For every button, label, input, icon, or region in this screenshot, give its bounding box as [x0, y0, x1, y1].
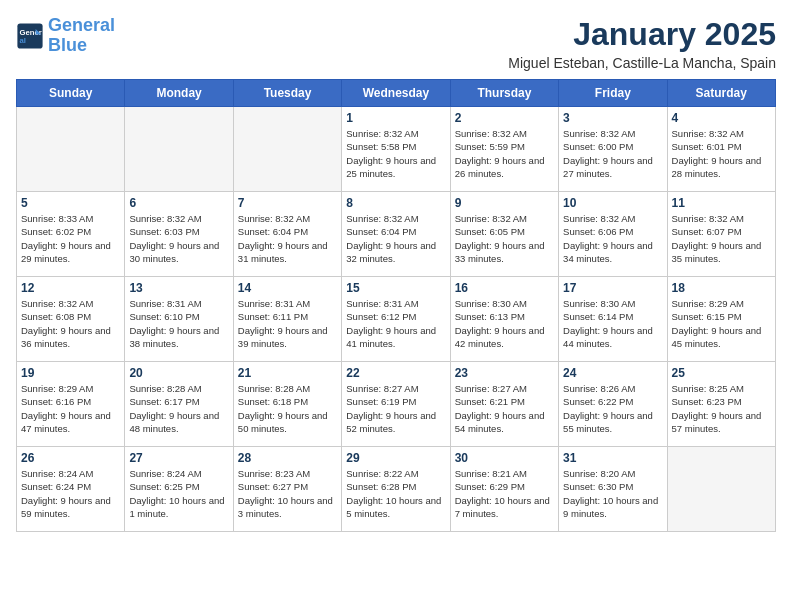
calendar-cell — [667, 447, 775, 532]
day-number: 25 — [672, 366, 771, 380]
day-number: 31 — [563, 451, 662, 465]
month-title: January 2025 — [508, 16, 776, 53]
calendar-cell: 26Sunrise: 8:24 AMSunset: 6:24 PMDayligh… — [17, 447, 125, 532]
day-info: Sunrise: 8:24 AMSunset: 6:24 PMDaylight:… — [21, 467, 120, 520]
calendar-cell: 17Sunrise: 8:30 AMSunset: 6:14 PMDayligh… — [559, 277, 667, 362]
day-info: Sunrise: 8:32 AMSunset: 6:03 PMDaylight:… — [129, 212, 228, 265]
calendar-cell: 8Sunrise: 8:32 AMSunset: 6:04 PMDaylight… — [342, 192, 450, 277]
day-number: 20 — [129, 366, 228, 380]
day-number: 3 — [563, 111, 662, 125]
calendar-cell: 22Sunrise: 8:27 AMSunset: 6:19 PMDayligh… — [342, 362, 450, 447]
calendar-cell: 27Sunrise: 8:24 AMSunset: 6:25 PMDayligh… — [125, 447, 233, 532]
calendar-cell: 12Sunrise: 8:32 AMSunset: 6:08 PMDayligh… — [17, 277, 125, 362]
day-info: Sunrise: 8:22 AMSunset: 6:28 PMDaylight:… — [346, 467, 445, 520]
day-info: Sunrise: 8:32 AMSunset: 6:01 PMDaylight:… — [672, 127, 771, 180]
day-info: Sunrise: 8:32 AMSunset: 6:04 PMDaylight:… — [238, 212, 337, 265]
day-number: 11 — [672, 196, 771, 210]
day-number: 19 — [21, 366, 120, 380]
day-info: Sunrise: 8:28 AMSunset: 6:17 PMDaylight:… — [129, 382, 228, 435]
day-number: 1 — [346, 111, 445, 125]
day-info: Sunrise: 8:27 AMSunset: 6:19 PMDaylight:… — [346, 382, 445, 435]
calendar-cell: 16Sunrise: 8:30 AMSunset: 6:13 PMDayligh… — [450, 277, 558, 362]
calendar-cell: 31Sunrise: 8:20 AMSunset: 6:30 PMDayligh… — [559, 447, 667, 532]
day-info: Sunrise: 8:32 AMSunset: 6:07 PMDaylight:… — [672, 212, 771, 265]
day-number: 14 — [238, 281, 337, 295]
day-info: Sunrise: 8:25 AMSunset: 6:23 PMDaylight:… — [672, 382, 771, 435]
day-info: Sunrise: 8:30 AMSunset: 6:13 PMDaylight:… — [455, 297, 554, 350]
calendar-cell: 23Sunrise: 8:27 AMSunset: 6:21 PMDayligh… — [450, 362, 558, 447]
day-info: Sunrise: 8:23 AMSunset: 6:27 PMDaylight:… — [238, 467, 337, 520]
logo-text-line1: General — [48, 16, 115, 36]
calendar-cell — [233, 107, 341, 192]
day-info: Sunrise: 8:31 AMSunset: 6:11 PMDaylight:… — [238, 297, 337, 350]
day-number: 9 — [455, 196, 554, 210]
calendar-cell: 21Sunrise: 8:28 AMSunset: 6:18 PMDayligh… — [233, 362, 341, 447]
calendar-cell: 19Sunrise: 8:29 AMSunset: 6:16 PMDayligh… — [17, 362, 125, 447]
weekday-header-thursday: Thursday — [450, 80, 558, 107]
day-number: 13 — [129, 281, 228, 295]
day-number: 15 — [346, 281, 445, 295]
calendar-cell: 11Sunrise: 8:32 AMSunset: 6:07 PMDayligh… — [667, 192, 775, 277]
location-title: Miguel Esteban, Castille-La Mancha, Spai… — [508, 55, 776, 71]
day-number: 21 — [238, 366, 337, 380]
logo: Gener al General Blue — [16, 16, 115, 56]
day-number: 29 — [346, 451, 445, 465]
calendar-cell: 4Sunrise: 8:32 AMSunset: 6:01 PMDaylight… — [667, 107, 775, 192]
calendar-cell: 5Sunrise: 8:33 AMSunset: 6:02 PMDaylight… — [17, 192, 125, 277]
day-info: Sunrise: 8:29 AMSunset: 6:16 PMDaylight:… — [21, 382, 120, 435]
day-info: Sunrise: 8:29 AMSunset: 6:15 PMDaylight:… — [672, 297, 771, 350]
calendar-cell: 20Sunrise: 8:28 AMSunset: 6:17 PMDayligh… — [125, 362, 233, 447]
calendar-week-row: 26Sunrise: 8:24 AMSunset: 6:24 PMDayligh… — [17, 447, 776, 532]
day-info: Sunrise: 8:31 AMSunset: 6:12 PMDaylight:… — [346, 297, 445, 350]
calendar-cell: 30Sunrise: 8:21 AMSunset: 6:29 PMDayligh… — [450, 447, 558, 532]
calendar-table: SundayMondayTuesdayWednesdayThursdayFrid… — [16, 79, 776, 532]
day-info: Sunrise: 8:24 AMSunset: 6:25 PMDaylight:… — [129, 467, 228, 520]
calendar-cell: 18Sunrise: 8:29 AMSunset: 6:15 PMDayligh… — [667, 277, 775, 362]
day-number: 7 — [238, 196, 337, 210]
day-number: 16 — [455, 281, 554, 295]
day-number: 5 — [21, 196, 120, 210]
day-info: Sunrise: 8:21 AMSunset: 6:29 PMDaylight:… — [455, 467, 554, 520]
calendar-cell: 13Sunrise: 8:31 AMSunset: 6:10 PMDayligh… — [125, 277, 233, 362]
weekday-header-wednesday: Wednesday — [342, 80, 450, 107]
calendar-cell: 14Sunrise: 8:31 AMSunset: 6:11 PMDayligh… — [233, 277, 341, 362]
day-info: Sunrise: 8:32 AMSunset: 5:59 PMDaylight:… — [455, 127, 554, 180]
day-number: 12 — [21, 281, 120, 295]
page-header: Gener al General Blue January 2025 Migue… — [16, 16, 776, 71]
day-info: Sunrise: 8:30 AMSunset: 6:14 PMDaylight:… — [563, 297, 662, 350]
calendar-cell: 10Sunrise: 8:32 AMSunset: 6:06 PMDayligh… — [559, 192, 667, 277]
calendar-cell: 6Sunrise: 8:32 AMSunset: 6:03 PMDaylight… — [125, 192, 233, 277]
day-number: 6 — [129, 196, 228, 210]
calendar-cell: 7Sunrise: 8:32 AMSunset: 6:04 PMDaylight… — [233, 192, 341, 277]
calendar-cell: 9Sunrise: 8:32 AMSunset: 6:05 PMDaylight… — [450, 192, 558, 277]
weekday-header-saturday: Saturday — [667, 80, 775, 107]
logo-icon: Gener al — [16, 22, 44, 50]
day-info: Sunrise: 8:32 AMSunset: 6:08 PMDaylight:… — [21, 297, 120, 350]
day-info: Sunrise: 8:26 AMSunset: 6:22 PMDaylight:… — [563, 382, 662, 435]
calendar-week-row: 1Sunrise: 8:32 AMSunset: 5:58 PMDaylight… — [17, 107, 776, 192]
calendar-cell: 28Sunrise: 8:23 AMSunset: 6:27 PMDayligh… — [233, 447, 341, 532]
day-info: Sunrise: 8:28 AMSunset: 6:18 PMDaylight:… — [238, 382, 337, 435]
day-info: Sunrise: 8:27 AMSunset: 6:21 PMDaylight:… — [455, 382, 554, 435]
day-info: Sunrise: 8:20 AMSunset: 6:30 PMDaylight:… — [563, 467, 662, 520]
day-number: 24 — [563, 366, 662, 380]
day-number: 28 — [238, 451, 337, 465]
calendar-cell — [17, 107, 125, 192]
day-number: 8 — [346, 196, 445, 210]
calendar-cell: 2Sunrise: 8:32 AMSunset: 5:59 PMDaylight… — [450, 107, 558, 192]
weekday-header-row: SundayMondayTuesdayWednesdayThursdayFrid… — [17, 80, 776, 107]
day-info: Sunrise: 8:32 AMSunset: 6:04 PMDaylight:… — [346, 212, 445, 265]
day-number: 2 — [455, 111, 554, 125]
calendar-cell: 15Sunrise: 8:31 AMSunset: 6:12 PMDayligh… — [342, 277, 450, 362]
day-info: Sunrise: 8:31 AMSunset: 6:10 PMDaylight:… — [129, 297, 228, 350]
calendar-cell: 3Sunrise: 8:32 AMSunset: 6:00 PMDaylight… — [559, 107, 667, 192]
calendar-cell: 24Sunrise: 8:26 AMSunset: 6:22 PMDayligh… — [559, 362, 667, 447]
calendar-cell: 1Sunrise: 8:32 AMSunset: 5:58 PMDaylight… — [342, 107, 450, 192]
day-number: 18 — [672, 281, 771, 295]
svg-text:al: al — [20, 36, 26, 45]
day-number: 10 — [563, 196, 662, 210]
day-info: Sunrise: 8:32 AMSunset: 6:05 PMDaylight:… — [455, 212, 554, 265]
day-number: 4 — [672, 111, 771, 125]
title-area: January 2025 Miguel Esteban, Castille-La… — [508, 16, 776, 71]
day-number: 30 — [455, 451, 554, 465]
